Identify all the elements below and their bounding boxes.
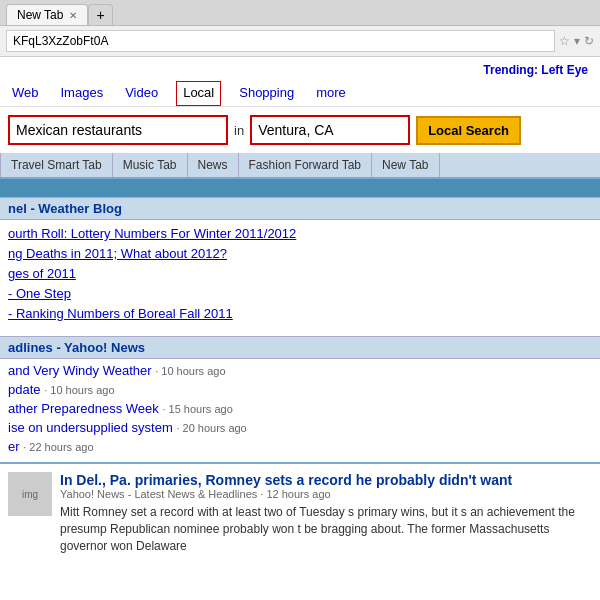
location-input[interactable]: [250, 115, 410, 145]
weather-link-5[interactable]: - Ranking Numbers of Boreal Fall 2011: [8, 306, 233, 321]
list-item: ather Preparedness Week · 15 hours ago: [8, 401, 592, 416]
tab-label: New Tab: [17, 8, 63, 22]
nav-tab-images[interactable]: Images: [57, 81, 108, 106]
page-tab-new[interactable]: New Tab: [372, 153, 439, 177]
featured-title[interactable]: In Del., Pa. primaries, Romney sets a re…: [60, 472, 592, 488]
weather-link-3[interactable]: ges of 2011: [8, 266, 76, 281]
featured-source: Yahoo! News - Latest News & Headlines · …: [60, 488, 592, 500]
dropdown-icon[interactable]: ▾: [574, 34, 580, 48]
browser-tab[interactable]: New Tab ✕: [6, 4, 88, 25]
list-item: ges of 2011: [8, 266, 592, 281]
page-tab-music[interactable]: Music Tab: [113, 153, 188, 177]
nav-tab-video[interactable]: Video: [121, 81, 162, 106]
weather-news-list: ourth Roll: Lottery Numbers For Winter 2…: [0, 220, 600, 332]
headline-link-3[interactable]: ather Preparedness Week: [8, 401, 159, 416]
local-search-button[interactable]: Local Search: [416, 116, 521, 145]
trending-label: Trending:: [483, 63, 538, 77]
in-label: in: [234, 123, 244, 138]
page-tab-travel[interactable]: Travel Smart Tab: [0, 153, 113, 177]
list-item: pdate · 10 hours ago: [8, 382, 592, 397]
browser-chrome: New Tab ✕ + ☆ ▾ ↻: [0, 0, 600, 57]
blue-divider: [0, 179, 600, 197]
headline-list: and Very Windy Weather · 10 hours ago pd…: [0, 359, 600, 462]
featured-article: img In Del., Pa. primaries, Romney sets …: [0, 462, 600, 562]
page-tabs: Travel Smart Tab Music Tab News Fashion …: [0, 153, 600, 179]
nav-tab-web[interactable]: Web: [8, 81, 43, 106]
list-item: - One Step: [8, 286, 592, 301]
page-tab-fashion[interactable]: Fashion Forward Tab: [239, 153, 373, 177]
page-tab-news[interactable]: News: [188, 153, 239, 177]
tab-close-icon[interactable]: ✕: [69, 10, 77, 21]
headline-time-4: · 20 hours ago: [176, 422, 246, 434]
list-item: and Very Windy Weather · 10 hours ago: [8, 363, 592, 378]
content-area: nel - Weather Blog ourth Roll: Lottery N…: [0, 197, 600, 562]
list-item: er · 22 hours ago: [8, 439, 592, 454]
headlines-section-header: adlines - Yahoo! News: [0, 336, 600, 359]
headline-time-1: · 10 hours ago: [155, 365, 225, 377]
address-input[interactable]: [6, 30, 555, 52]
featured-content: In Del., Pa. primaries, Romney sets a re…: [60, 472, 592, 554]
trending-bar: Trending: Left Eye: [0, 57, 600, 81]
nav-tab-shopping[interactable]: Shopping: [235, 81, 298, 106]
address-bar-row: ☆ ▾ ↻: [0, 26, 600, 57]
headline-link-2[interactable]: pdate: [8, 382, 41, 397]
weather-link-4[interactable]: - One Step: [8, 286, 71, 301]
headline-time-5: · 22 hours ago: [23, 441, 93, 453]
headline-link-1[interactable]: and Very Windy Weather: [8, 363, 152, 378]
list-item: ise on undersupplied system · 20 hours a…: [8, 420, 592, 435]
list-item: ng Deaths in 2011; What about 2012?: [8, 246, 592, 261]
nav-tab-more[interactable]: more: [312, 81, 350, 106]
weather-link-1[interactable]: ourth Roll: Lottery Numbers For Winter 2…: [8, 226, 296, 241]
refresh-icon[interactable]: ↻: [584, 34, 594, 48]
weather-section-header: nel - Weather Blog: [0, 197, 600, 220]
search-input[interactable]: [8, 115, 228, 145]
headline-time-3: · 15 hours ago: [162, 403, 232, 415]
search-row: in Local Search: [0, 107, 600, 153]
nav-tabs: Web Images Video Local Shopping more: [0, 81, 600, 107]
headline-time-2: · 10 hours ago: [44, 384, 114, 396]
list-item: - Ranking Numbers of Boreal Fall 2011: [8, 306, 592, 321]
nav-tab-local[interactable]: Local: [176, 81, 221, 106]
featured-body: Mitt Romney set a record with at least t…: [60, 504, 592, 554]
weather-link-2[interactable]: ng Deaths in 2011; What about 2012?: [8, 246, 227, 261]
featured-thumbnail: img: [8, 472, 52, 516]
trending-term[interactable]: Left Eye: [541, 63, 588, 77]
new-tab-button[interactable]: +: [88, 4, 112, 25]
tab-bar-area: New Tab ✕ +: [0, 0, 600, 26]
list-item: ourth Roll: Lottery Numbers For Winter 2…: [8, 226, 592, 241]
headline-link-4[interactable]: ise on undersupplied system: [8, 420, 173, 435]
star-icon[interactable]: ☆: [559, 34, 570, 48]
headline-link-5[interactable]: er: [8, 439, 20, 454]
